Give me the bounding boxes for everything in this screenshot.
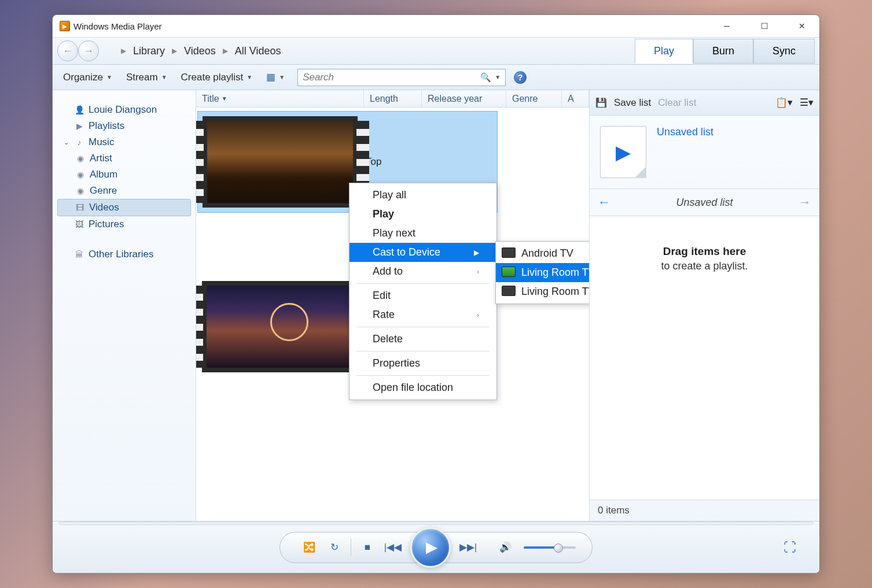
drop-zone[interactable]: Drag items here to create a playlist. xyxy=(590,216,819,500)
app-window: Windows Media Player ─ ☐ ✕ ← → ▶Library … xyxy=(52,14,820,574)
forward-button[interactable]: → xyxy=(78,40,99,61)
column-headers: Title ▼ Length Release year Genre A xyxy=(196,90,589,108)
cm-edit[interactable]: Edit xyxy=(349,286,496,305)
cast-living-room-tv-1[interactable]: Living Room TV xyxy=(496,263,589,282)
right-panel-toolbar: 💾 Save list Clear list 📋▾ ☰▾ xyxy=(590,90,819,116)
cast-living-room-tv-2[interactable]: Living Room TV xyxy=(496,282,589,301)
file-icon xyxy=(600,126,646,178)
prev-button[interactable]: |◀◀ xyxy=(380,535,406,560)
tab-play[interactable]: Play xyxy=(635,39,693,64)
mute-button[interactable]: 🔊 xyxy=(492,535,518,560)
playlist-header: Unsaved list xyxy=(590,116,819,188)
video-thumbnail xyxy=(202,281,357,372)
cm-rate[interactable]: Rate› xyxy=(349,305,496,324)
cm-open-location[interactable]: Open file location xyxy=(349,378,496,397)
col-a[interactable]: A xyxy=(562,90,589,107)
drop-zone-title: Drag items here xyxy=(663,245,746,258)
list-view-button[interactable]: ☰▾ xyxy=(800,97,814,109)
tv-icon xyxy=(502,267,516,277)
close-button[interactable]: ✕ xyxy=(796,20,808,32)
drop-zone-sub: to create a playlist. xyxy=(661,260,748,272)
col-title[interactable]: Title ▼ xyxy=(196,90,364,107)
next-button[interactable]: ▶▶| xyxy=(455,535,481,560)
breadcrumb-videos[interactable]: Videos xyxy=(184,45,216,57)
window-controls: ─ ☐ ✕ xyxy=(721,20,808,32)
sidebar-item-pictures[interactable]: 🖼Pictures xyxy=(57,216,191,232)
cm-play[interactable]: Play xyxy=(349,205,496,224)
sidebar-item-playlists[interactable]: ▶Playlists xyxy=(57,118,191,134)
breadcrumb[interactable]: ▶Library ▶Videos ▶All Videos xyxy=(116,45,281,57)
player-bar: 🔀 ↻ ■ |◀◀ ▶▶| 🔊 ⛶ xyxy=(53,521,819,573)
list-options-button[interactable]: 📋▾ xyxy=(775,97,793,109)
back-button[interactable]: ← xyxy=(57,40,78,61)
item-count: 0 items xyxy=(590,500,819,521)
tv-icon xyxy=(502,247,516,258)
col-release[interactable]: Release year xyxy=(422,90,506,107)
video-item-2[interactable] xyxy=(202,281,357,372)
sidebar-item-other-libraries[interactable]: 🏛Other Libraries xyxy=(57,246,191,262)
col-length[interactable]: Length xyxy=(364,90,422,107)
right-panel: 💾 Save list Clear list 📋▾ ☰▾ Unsaved lis… xyxy=(589,90,819,521)
search-input[interactable] xyxy=(303,72,480,83)
sidebar-item-user[interactable]: 👤Louie Diangson xyxy=(57,102,191,118)
sidebar-item-music[interactable]: ⌄♪Music xyxy=(57,134,191,150)
unsaved-list-link[interactable]: Unsaved list xyxy=(657,126,713,178)
titlebar: Windows Media Player ─ ☐ ✕ xyxy=(53,15,819,37)
breadcrumb-library[interactable]: Library xyxy=(133,45,165,57)
maximize-button[interactable]: ☐ xyxy=(759,20,770,32)
stop-button[interactable]: ■ xyxy=(355,535,380,560)
help-icon[interactable]: ? xyxy=(514,71,527,84)
organize-button[interactable]: Organize▼ xyxy=(57,69,118,86)
sidebar-item-videos[interactable]: 🎞Videos xyxy=(57,199,191,216)
tab-sync[interactable]: Sync xyxy=(753,39,815,64)
cm-play-next[interactable]: Play next xyxy=(349,224,496,243)
progress-bar[interactable] xyxy=(58,522,814,525)
app-title: Windows Media Player xyxy=(73,21,721,31)
search-box[interactable]: 🔍▼ xyxy=(297,69,506,86)
create-playlist-button[interactable]: Create playlist▼ xyxy=(175,69,259,86)
cm-play-all[interactable]: Play all xyxy=(349,186,496,205)
toolbar: Organize▼ Stream▼ Create playlist▼ ▦▼ 🔍▼… xyxy=(53,65,819,90)
sidebar-item-genre[interactable]: ◉Genre xyxy=(57,183,191,199)
save-icon: 💾 xyxy=(595,97,607,108)
fullscreen-button[interactable]: ⛶ xyxy=(783,540,796,555)
clear-list-button[interactable]: Clear list xyxy=(658,97,696,109)
player-controls: 🔀 ↻ ■ |◀◀ ▶▶| 🔊 xyxy=(279,532,593,563)
sidebar-item-album[interactable]: ◉Album xyxy=(57,167,191,183)
cm-cast-to-device[interactable]: Cast to Device▶ xyxy=(349,243,496,262)
save-list-button[interactable]: Save list xyxy=(614,97,651,109)
sidebar: 👤Louie Diangson ▶Playlists ⌄♪Music ◉Arti… xyxy=(53,90,196,521)
minimize-button[interactable]: ─ xyxy=(721,20,733,32)
breadcrumb-all-videos[interactable]: All Videos xyxy=(235,45,281,57)
cm-properties[interactable]: Properties xyxy=(349,354,496,373)
cm-add-to[interactable]: Add to› xyxy=(349,262,496,281)
view-options-button[interactable]: ▦▼ xyxy=(260,69,290,86)
search-icon[interactable]: 🔍 xyxy=(480,72,491,83)
video-thumbnail xyxy=(203,116,358,208)
prev-list-button[interactable]: ← xyxy=(598,195,610,210)
app-icon xyxy=(60,21,70,31)
stream-button[interactable]: Stream▼ xyxy=(120,69,173,86)
playlist-title: Unsaved list xyxy=(676,197,733,209)
cast-submenu: Android TV Living Room TV Living Room TV… xyxy=(495,241,589,304)
col-genre[interactable]: Genre xyxy=(506,90,562,107)
volume-slider[interactable] xyxy=(524,546,576,549)
main-content: Title ▼ Length Release year Genre A Top … xyxy=(196,90,589,521)
cast-android-tv[interactable]: Android TV xyxy=(496,244,589,263)
nav-bar: ← → ▶Library ▶Videos ▶All Videos Play Bu… xyxy=(53,37,819,65)
sidebar-item-artist[interactable]: ◉Artist xyxy=(57,150,191,167)
context-menu: Play all Play Play next Cast to Device▶ … xyxy=(349,183,497,400)
playlist-nav: ← Unsaved list → xyxy=(590,188,819,216)
repeat-button[interactable]: ↻ xyxy=(322,535,347,560)
play-button[interactable] xyxy=(410,527,451,568)
next-list-button[interactable]: → xyxy=(799,195,811,210)
shuffle-button[interactable]: 🔀 xyxy=(296,535,322,560)
tv-icon xyxy=(502,286,516,296)
tab-burn[interactable]: Burn xyxy=(693,39,753,64)
cm-delete[interactable]: Delete xyxy=(349,330,496,349)
